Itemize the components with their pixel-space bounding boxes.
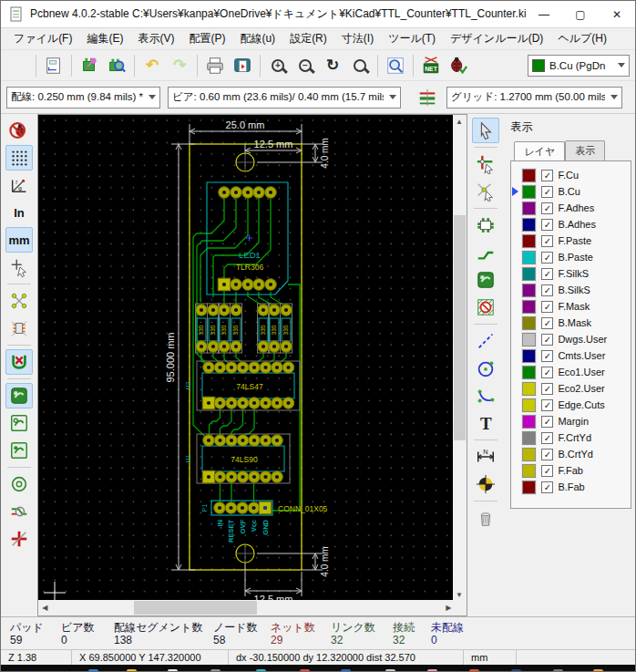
layer-color[interactable] [522,218,536,232]
layer-color[interactable] [522,398,536,412]
layer-color[interactable] [522,431,536,445]
vertical-scrollbar[interactable]: ▲ ▼ [453,115,467,602]
zone-nofill-mode-button[interactable] [5,438,33,463]
layer-row-bfab[interactable]: ✓B.Fab [522,479,629,495]
layer-row-margin[interactable]: ✓Margin [522,413,629,429]
zoom-in-button[interactable]: + [264,53,292,78]
layer-row-eco2[interactable]: ✓Eco2.User [522,380,629,397]
plot-button[interactable] [229,53,256,78]
layer-visibility-checkbox[interactable]: ✓ [541,202,553,214]
layer-color[interactable] [522,349,536,363]
drc-button[interactable] [445,53,472,78]
layer-color[interactable] [522,316,536,330]
layer-visibility-checkbox[interactable]: ✓ [541,170,553,181]
layer-color[interactable] [522,382,536,396]
menu-design-rules[interactable]: デザインルール(D) [443,28,550,49]
add-dimension-button[interactable]: N [472,444,499,470]
dim-offset-bottom-right[interactable]: 4.0 mm [320,546,330,576]
layer-visibility-checkbox[interactable]: ✓ [541,432,553,444]
zoom-out-button[interactable]: − [292,53,319,78]
layer-row-fsilks[interactable]: ✓F.SilkS [522,265,629,282]
track-width-selector[interactable]: 配線: 0.250 mm (9.84 mils) * [6,87,160,109]
layer-row-bmask[interactable]: ✓B.Mask [522,315,629,331]
layer-color[interactable] [522,415,536,429]
layer-color[interactable] [522,169,536,182]
layer-row-bcrtyd[interactable]: ✓B.CrtYd [522,446,629,462]
layer-color[interactable] [522,448,536,461]
undo-button[interactable]: ↶ [138,53,166,78]
add-zone-button[interactable] [472,267,499,293]
add-keepout-button[interactable] [472,295,499,320]
zoom-fit-button[interactable] [346,53,374,78]
layer-row-fcrtyd[interactable]: ✓F.CrtYd [522,429,629,446]
redo-button[interactable]: ↷ [166,53,193,78]
layer-color[interactable] [522,251,536,264]
pads-sketch-button[interactable] [5,471,33,497]
layer-visibility-checkbox[interactable]: ✓ [541,481,553,493]
layer-color[interactable] [522,366,536,379]
tracks-sketch-button[interactable] [5,499,33,524]
polar-coords-button[interactable]: rφ [5,172,33,198]
units-mm-button[interactable]: mm [5,227,33,253]
grid-visibility-button[interactable] [5,145,33,171]
zone-outline-mode-button[interactable] [5,410,33,436]
layer-selector[interactable]: B.Cu (PgDn [528,55,630,77]
add-circle-button[interactable] [472,356,499,381]
layer-visibility-checkbox[interactable]: ✓ [541,350,553,362]
pcb-canvas[interactable]: 25.0 mm 12.5 mm 95.000 mm 4.0 mm 4.0 mm … [37,114,467,616]
dim-width-half-top[interactable]: 12.5 mm [253,139,292,150]
layer-row-fmask[interactable]: ✓F.Mask [522,298,629,315]
drc-off-button[interactable] [5,118,33,143]
layer-row-dwgs[interactable]: ✓Dwgs.User [522,331,629,347]
tab-layers[interactable]: レイヤ [514,141,565,161]
layer-visibility-checkbox[interactable]: ✓ [541,317,553,329]
horizontal-scroll-thumb[interactable] [134,601,257,615]
layer-row-ffab[interactable]: ✓F.Fab [522,462,629,479]
find-button[interactable] [382,53,409,78]
layer-row-bsilks[interactable]: ✓B.SilkS [522,282,629,298]
mounting-hole-top[interactable] [236,153,254,171]
dim-height-left[interactable]: 95.000 mm [165,332,176,382]
add-graphic-line-button[interactable] [472,328,499,354]
units-inches-button[interactable]: In [5,200,33,225]
high-contrast-button[interactable] [5,526,33,552]
maximize-button[interactable]: ▢ [562,1,599,27]
layer-row-bpaste[interactable]: ✓B.Paste [522,249,629,265]
dim-width-top[interactable]: 25.0 mm [225,119,264,130]
dim-offset-top-right[interactable]: 4.0 mm [320,138,330,168]
layer-row-bcu[interactable]: ✓B.Cu [522,183,629,200]
layer-row-edgecuts[interactable]: ✓Edge.Cuts [522,397,629,413]
scroll-up-icon[interactable]: ▲ [453,115,467,129]
menu-file[interactable]: ファイル(F) [6,28,79,49]
layer-visibility-checkbox[interactable]: ✓ [541,416,553,428]
close-button[interactable]: ✕ [599,1,635,27]
layer-color[interactable] [522,267,536,281]
page-settings-button[interactable] [40,53,67,78]
layer-row-fadhes[interactable]: ✓F.Adhes [522,200,629,216]
layer-visibility-checkbox[interactable]: ✓ [541,268,553,280]
add-target-button[interactable] [472,471,499,497]
layer-visibility-checkbox[interactable]: ✓ [541,449,553,460]
menu-preferences[interactable]: 設定(R) [282,28,334,49]
via-size-selector[interactable]: ビア: 0.60 mm (23.6 mils)/ 0.40 mm (15.7 m… [168,87,401,109]
auto-delete-track-button[interactable] [5,349,33,375]
redraw-button[interactable]: ↻ [319,53,346,78]
module-ratsnest-button[interactable] [5,315,33,341]
layer-color[interactable] [522,300,536,314]
menu-route[interactable]: 配線(u) [232,28,282,49]
layer-visibility-checkbox[interactable]: ✓ [541,186,553,198]
layer-color[interactable] [522,185,536,199]
tab-render[interactable]: 表示 [565,140,605,160]
layer-visibility-checkbox[interactable]: ✓ [541,252,553,264]
layer-visibility-checkbox[interactable]: ✓ [541,334,553,346]
layer-row-fcu[interactable]: ✓F.Cu [522,167,629,183]
menu-place[interactable]: 配置(P) [181,28,232,49]
layer-color[interactable] [522,234,536,248]
grid-selector[interactable]: グリッド: 1.2700 mm (50.00 mils) [446,87,622,109]
save-button[interactable] [5,53,32,78]
layer-row-cmts[interactable]: ✓Cmts.User [522,347,629,364]
menu-view[interactable]: 表示(V) [130,28,181,49]
vertical-scroll-thumb[interactable] [454,215,466,440]
layer-row-eco1[interactable]: ✓Eco1.User [522,364,629,380]
layer-visibility-checkbox[interactable]: ✓ [541,301,553,313]
